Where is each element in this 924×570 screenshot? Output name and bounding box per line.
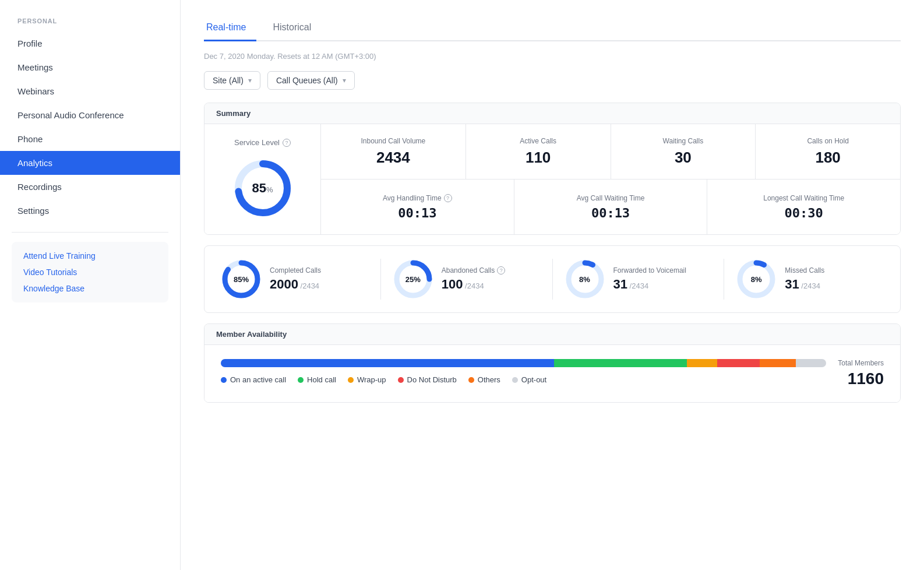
- legend-label: Hold call: [307, 375, 336, 384]
- member-availability-section: Member Availability On an active call Ho…: [204, 323, 901, 403]
- info-icon: ?: [444, 194, 452, 202]
- summary-body: Service Level ? 85% I: [204, 124, 900, 234]
- sidebar-divider: [12, 232, 168, 233]
- legend-item-wrap-up: Wrap-up: [348, 375, 386, 384]
- legend-label: Wrap-up: [357, 375, 386, 384]
- stats-top-row: Inbound Call Volume2434Active Calls110Wa…: [321, 124, 900, 180]
- stat-avg-handling-time: Avg Handling Time?00:13: [321, 180, 514, 234]
- metric-completed-calls: 85% Completed Calls 2000 /2434: [221, 259, 381, 300]
- legend-dot: [298, 377, 304, 383]
- sidebar-item-personal-audio-conference[interactable]: Personal Audio Conference: [0, 103, 180, 127]
- availability-body: On an active call Hold call Wrap-up Do N…: [204, 345, 900, 402]
- sidebar-item-analytics[interactable]: Analytics: [0, 151, 180, 175]
- service-level-box: Service Level ? 85%: [204, 124, 321, 234]
- stat-active-calls: Active Calls110: [466, 124, 611, 179]
- legend-item-opt-out: Opt-out: [512, 375, 546, 384]
- legend-item-others: Others: [468, 375, 500, 384]
- service-level-value: 85%: [252, 181, 273, 196]
- metric-forwarded-voicemail: 8% Forwarded to Voicemail 31 /2434: [553, 259, 725, 300]
- tab-realtime[interactable]: Real-time: [204, 16, 256, 41]
- availability-chart-area: On an active call Hold call Wrap-up Do N…: [221, 359, 826, 384]
- summary-header: Summary: [204, 103, 900, 124]
- stat-inbound-call-volume: Inbound Call Volume2434: [321, 124, 466, 179]
- forwarded-voicemail-donut: 8%: [565, 259, 605, 300]
- total-members-box: Total Members 1160: [838, 359, 884, 388]
- bar-segment-opt-out: [796, 359, 826, 367]
- legend-label: Do Not Disturb: [407, 375, 457, 384]
- total-members-value: 1160: [838, 370, 884, 388]
- legend-label: Others: [478, 375, 500, 384]
- legend-label: On an active call: [230, 375, 286, 384]
- legend-item-on-an-active-call: On an active call: [221, 375, 286, 384]
- legend-dot: [348, 377, 354, 383]
- queue-filter[interactable]: Call Queues (All)▾: [267, 71, 355, 90]
- stat-waiting-calls: Waiting Calls30: [611, 124, 756, 179]
- stat-avg-call-waiting-time: Avg Call Waiting Time00:13: [514, 180, 708, 234]
- stat-calls-on-hold: Calls on Hold180: [756, 124, 900, 179]
- sidebar-links: Attend Live TrainingVideo TutorialsKnowl…: [12, 242, 168, 302]
- legend-item-do-not-disturb: Do Not Disturb: [398, 375, 457, 384]
- date-line: Dec 7, 2020 Monday. Resets at 12 AM (GMT…: [204, 52, 901, 61]
- sidebar-item-recordings[interactable]: Recordings: [0, 175, 180, 199]
- tab-historical[interactable]: Historical: [270, 16, 322, 41]
- stat-longest-call-waiting-time: Longest Call Waiting Time00:30: [707, 180, 900, 234]
- tabs: Real-timeHistorical: [204, 16, 901, 41]
- legend-dot: [398, 377, 404, 383]
- service-level-info-icon: ?: [283, 139, 291, 147]
- metric-missed-calls: 8% Missed Calls 31 /2434: [724, 259, 884, 300]
- completed-calls-donut: 85%: [221, 259, 262, 300]
- summary-section: Summary Service Level ? 85%: [204, 103, 901, 235]
- info-icon: ?: [497, 266, 505, 275]
- bar-segment-wrap-up: [687, 359, 717, 367]
- metrics-card: 85% Completed Calls 2000 /2434 25% Aband…: [204, 245, 901, 313]
- service-level-title: Service Level ?: [234, 138, 291, 147]
- missed-calls-donut: 8%: [736, 259, 777, 300]
- availability-header: Member Availability: [204, 324, 900, 345]
- bar-segment-others: [760, 359, 796, 367]
- legend-dot: [512, 377, 518, 383]
- bar-segment-on-an-active-call: [221, 359, 554, 367]
- availability-bar: [221, 359, 826, 367]
- metric-abandoned-calls: 25% Abandoned Calls? 100 /2434: [381, 259, 553, 300]
- availability-inner: On an active call Hold call Wrap-up Do N…: [221, 359, 884, 388]
- sidebar-link-video-tutorials[interactable]: Video Tutorials: [17, 266, 163, 278]
- sidebar-item-phone[interactable]: Phone: [0, 127, 180, 151]
- sidebar-link-attend-live-training[interactable]: Attend Live Training: [17, 250, 163, 262]
- sidebar: PERSONAL ProfileMeetingsWebinarsPersonal…: [0, 0, 181, 570]
- service-level-donut: 85%: [231, 156, 295, 220]
- bar-segment-do-not-disturb: [717, 359, 760, 367]
- legend-dot: [468, 377, 474, 383]
- total-members-label: Total Members: [838, 359, 884, 367]
- abandoned-calls-donut: 25%: [393, 259, 433, 300]
- sidebar-item-profile[interactable]: Profile: [0, 31, 180, 55]
- legend-row: On an active call Hold call Wrap-up Do N…: [221, 375, 826, 384]
- legend-item-hold-call: Hold call: [298, 375, 336, 384]
- sidebar-item-meetings[interactable]: Meetings: [0, 55, 180, 79]
- stats-grid: Inbound Call Volume2434Active Calls110Wa…: [321, 124, 900, 234]
- bar-segment-hold-call: [554, 359, 687, 367]
- sidebar-link-knowledge-base[interactable]: Knowledge Base: [17, 283, 163, 294]
- sidebar-section-label: PERSONAL: [0, 17, 180, 31]
- sidebar-item-webinars[interactable]: Webinars: [0, 79, 180, 103]
- legend-dot: [221, 377, 227, 383]
- stats-bottom-row: Avg Handling Time?00:13Avg Call Waiting …: [321, 180, 900, 234]
- site-filter[interactable]: Site (All)▾: [204, 71, 260, 90]
- sidebar-item-settings[interactable]: Settings: [0, 199, 180, 223]
- main-content: Real-timeHistorical Dec 7, 2020 Monday. …: [181, 0, 924, 570]
- legend-label: Opt-out: [521, 375, 546, 384]
- filters-row: Site (All)▾Call Queues (All)▾: [204, 71, 901, 90]
